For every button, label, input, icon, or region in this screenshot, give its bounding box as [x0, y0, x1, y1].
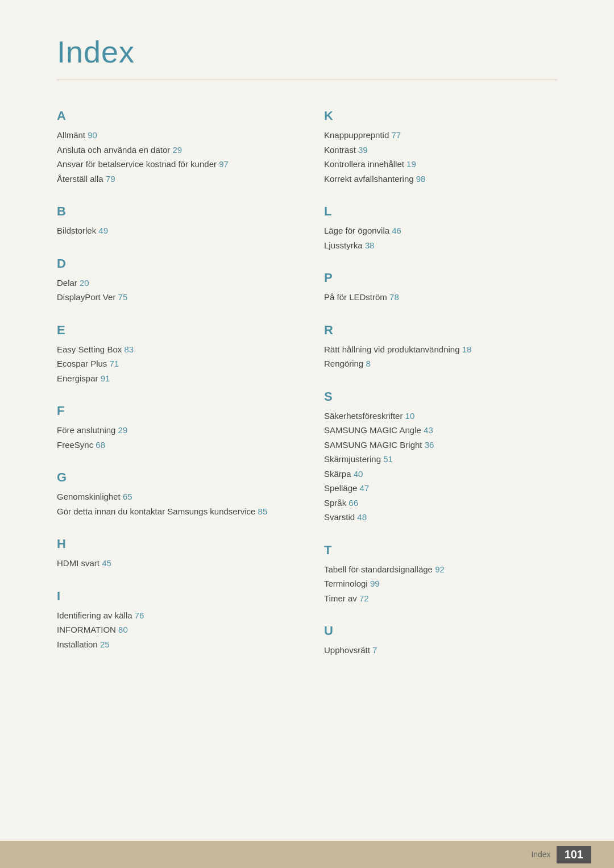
index-section-K: KKnappupprepntid 77Kontrast 39Kontroller… — [324, 109, 557, 186]
page-ref: 48 — [357, 512, 367, 522]
list-item: Timer av 72 — [324, 591, 557, 606]
page-ref: 92 — [435, 564, 445, 574]
list-item: Bildstorlek 49 — [57, 223, 290, 238]
list-item: Genomskinlighet 65 — [57, 489, 290, 504]
section-items: Knappupprepntid 77Kontrast 39Kontrollera… — [324, 128, 557, 186]
section-items: Easy Setting Box 83Ecospar Plus 71Energi… — [57, 342, 290, 386]
page-ref: 39 — [358, 145, 368, 155]
section-letter: F — [57, 404, 290, 418]
list-item: Återställ alla 79 — [57, 172, 290, 186]
section-items: Tabell för standardsignalläge 92Terminol… — [324, 562, 557, 606]
list-item: Ecospar Plus 71 — [57, 356, 290, 371]
section-letter: R — [324, 323, 557, 338]
page-ref: 7 — [372, 645, 377, 655]
list-item: Gör detta innan du kontaktar Samsungs ku… — [57, 504, 290, 519]
section-letter: H — [57, 537, 290, 551]
section-items: Före anslutning 29FreeSync 68 — [57, 423, 290, 452]
section-items: Upphovsrätt 7 — [324, 643, 557, 658]
page-ref: 80 — [118, 625, 128, 634]
page-ref: 19 — [406, 159, 416, 169]
section-letter: I — [57, 589, 290, 604]
footer: Index 101 — [0, 841, 614, 868]
section-letter: P — [324, 271, 557, 285]
list-item: FreeSync 68 — [57, 438, 290, 452]
list-item: Kontrollera innehållet 19 — [324, 157, 557, 172]
page-ref: 66 — [349, 498, 358, 508]
page-ref: 29 — [172, 145, 182, 155]
list-item: SAMSUNG MAGIC Bright 36 — [324, 438, 557, 452]
section-letter: L — [324, 204, 557, 219]
page-ref: 45 — [102, 558, 111, 568]
page-ref: 76 — [135, 610, 144, 620]
page-ref: 68 — [96, 440, 105, 450]
list-item: Installation 25 — [57, 637, 290, 652]
list-item: INFORMATION 80 — [57, 622, 290, 637]
list-item: Knappupprepntid 77 — [324, 128, 557, 143]
section-items: Bildstorlek 49 — [57, 223, 290, 238]
index-section-S: SSäkerhetsföreskrifter 10SAMSUNG MAGIC A… — [324, 389, 557, 525]
page-ref: 85 — [258, 506, 268, 516]
list-item: Läge för ögonvila 46 — [324, 223, 557, 238]
index-section-F: FFöre anslutning 29FreeSync 68 — [57, 404, 290, 452]
page-ref: 20 — [80, 278, 89, 288]
section-letter: B — [57, 204, 290, 219]
page-ref: 65 — [123, 492, 132, 501]
page-ref: 83 — [124, 344, 134, 354]
list-item: Skärpa 40 — [324, 467, 557, 481]
page-ref: 90 — [88, 130, 97, 140]
index-section-R: RRätt hållning vid produktanvändning 18R… — [324, 323, 557, 371]
page-ref: 36 — [425, 440, 434, 450]
page-ref: 72 — [359, 593, 369, 603]
section-items: Läge för ögonvila 46Ljusstyrka 38 — [324, 223, 557, 252]
list-item: Ljusstyrka 38 — [324, 238, 557, 253]
page-ref: 71 — [110, 359, 119, 368]
page-container: Index AAllmänt 90Ansluta och använda en … — [0, 0, 614, 868]
left-column: AAllmänt 90Ansluta och använda en dator … — [57, 109, 290, 676]
index-section-L: LLäge för ögonvila 46Ljusstyrka 38 — [324, 204, 557, 252]
index-section-B: BBildstorlek 49 — [57, 204, 290, 238]
index-section-H: HHDMI svart 45 — [57, 537, 290, 571]
section-items: Allmänt 90Ansluta och använda en dator 2… — [57, 128, 290, 186]
page-ref: 43 — [424, 425, 433, 435]
section-items: Delar 20DisplayPort Ver 75 — [57, 276, 290, 305]
section-letter: D — [57, 256, 290, 271]
list-item: Easy Setting Box 83 — [57, 342, 290, 357]
list-item: Allmänt 90 — [57, 128, 290, 143]
section-letter: G — [57, 470, 290, 485]
page-ref: 77 — [391, 130, 401, 140]
page-ref: 79 — [106, 174, 115, 184]
list-item: SAMSUNG MAGIC Angle 43 — [324, 423, 557, 438]
list-item: Säkerhetsföreskrifter 10 — [324, 409, 557, 423]
page-title: Index — [57, 34, 557, 69]
page-ref: 75 — [118, 292, 128, 302]
page-ref: 51 — [383, 454, 393, 464]
page-ref: 8 — [366, 359, 370, 368]
index-section-E: EEasy Setting Box 83Ecospar Plus 71Energ… — [57, 323, 290, 386]
page-ref: 49 — [98, 226, 108, 235]
section-items: HDMI svart 45 — [57, 556, 290, 571]
page-ref: 47 — [360, 483, 370, 493]
section-items: På för LEDström 78 — [324, 290, 557, 305]
list-item: DisplayPort Ver 75 — [57, 290, 290, 305]
page-ref: 46 — [392, 226, 401, 235]
section-letter: E — [57, 323, 290, 338]
list-item: Rätt hållning vid produktanvändning 18 — [324, 342, 557, 357]
footer-page-number: 101 — [557, 846, 591, 863]
list-item: På för LEDström 78 — [324, 290, 557, 305]
page-ref: 91 — [101, 373, 110, 383]
list-item: Energispar 91 — [57, 371, 290, 386]
page-ref: 29 — [118, 425, 128, 435]
list-item: Kontrast 39 — [324, 143, 557, 157]
list-item: HDMI svart 45 — [57, 556, 290, 571]
list-item: Skärmjustering 51 — [324, 452, 557, 467]
page-ref: 18 — [462, 344, 472, 354]
section-letter: K — [324, 109, 557, 123]
index-section-D: DDelar 20DisplayPort Ver 75 — [57, 256, 290, 305]
list-item: Terminologi 99 — [324, 576, 557, 591]
section-letter: A — [57, 109, 290, 123]
right-column: KKnappupprepntid 77Kontrast 39Kontroller… — [324, 109, 557, 676]
title-divider — [57, 80, 557, 80]
list-item: Ansluta och använda en dator 29 — [57, 143, 290, 157]
index-section-T: TTabell för standardsignalläge 92Termino… — [324, 543, 557, 606]
page-ref: 98 — [416, 174, 426, 184]
